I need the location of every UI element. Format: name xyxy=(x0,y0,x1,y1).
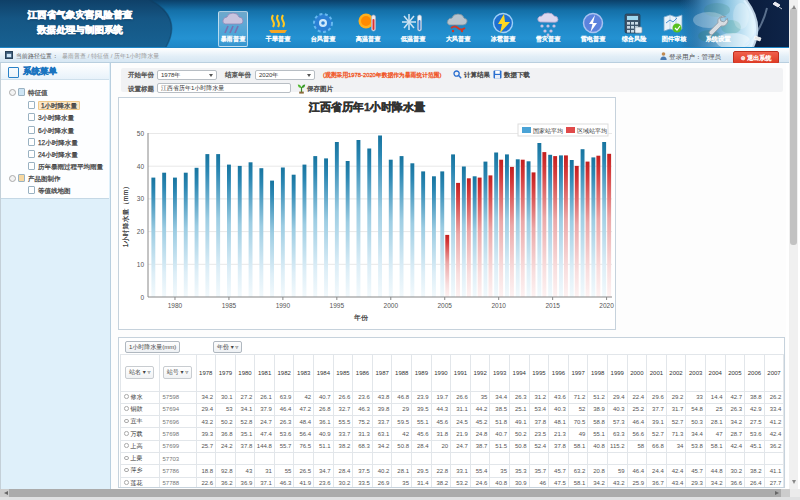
svg-text:40: 40 xyxy=(137,163,145,170)
svg-text:区域站平均: 区域站平均 xyxy=(577,127,607,135)
svg-text:1980: 1980 xyxy=(168,302,183,309)
svg-text:年份: 年份 xyxy=(354,314,369,322)
svg-text:2020: 2020 xyxy=(599,302,614,309)
svg-text:50: 50 xyxy=(137,130,145,137)
svg-text:30: 30 xyxy=(137,195,145,202)
svg-text:国家站平均: 国家站平均 xyxy=(533,127,563,135)
svg-text:2015: 2015 xyxy=(545,302,560,309)
svg-text:1985: 1985 xyxy=(222,302,237,309)
svg-text:江西省历年1小时降水量: 江西省历年1小时降水量 xyxy=(308,101,425,113)
svg-text:0: 0 xyxy=(140,294,144,301)
svg-text:2010: 2010 xyxy=(491,302,506,309)
svg-text:1995: 1995 xyxy=(330,302,345,309)
svg-text:1990: 1990 xyxy=(276,302,291,309)
svg-text:2005: 2005 xyxy=(438,302,453,309)
svg-text:10: 10 xyxy=(137,261,145,268)
svg-text:20: 20 xyxy=(137,228,145,235)
svg-text:2000: 2000 xyxy=(384,302,399,309)
svg-text:1小时降水量（mm）: 1小时降水量（mm） xyxy=(122,183,130,248)
